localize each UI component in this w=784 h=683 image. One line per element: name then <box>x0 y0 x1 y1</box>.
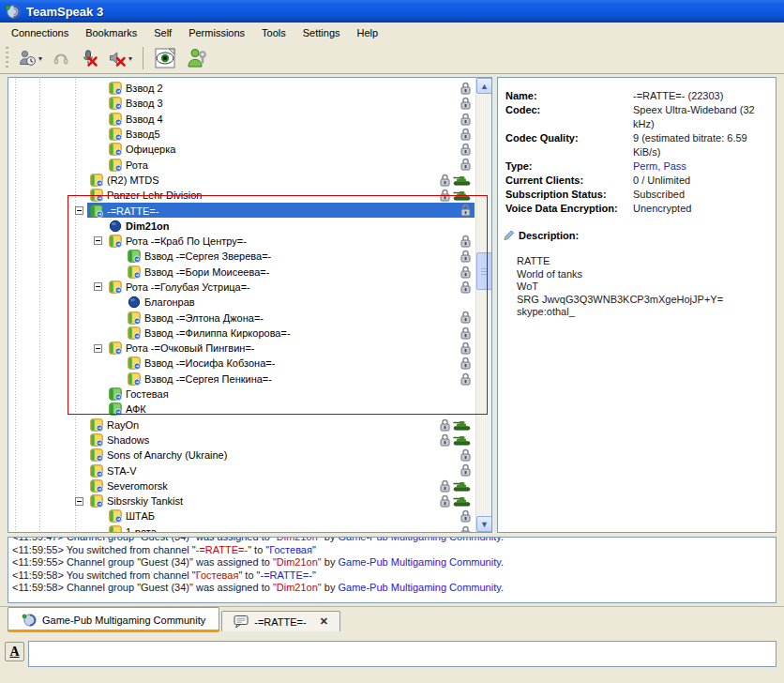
tree-channel-row[interactable]: Офицерка <box>9 142 475 157</box>
lock-icon <box>460 448 471 462</box>
tree-channel-row[interactable]: Гостевая <box>9 387 475 402</box>
log-link[interactable]: Гостевая <box>196 569 239 581</box>
tree-channel-row[interactable]: -=RATTE=- <box>9 203 475 218</box>
tree-channel-row[interactable]: Взвод 4 <box>9 112 475 127</box>
tree-row-label: Рота -=Голубая Устрица=- <box>126 281 250 293</box>
tree-channel-row[interactable]: АФК <box>9 402 475 417</box>
tree-collapse-toggle[interactable] <box>75 206 83 215</box>
tree-channel-row[interactable]: Рота <box>9 157 475 172</box>
scroll-up-button[interactable]: ▲ <box>476 78 492 94</box>
tree-channel-row[interactable]: Взвод -=Иосифа Кобзона=- <box>9 356 475 371</box>
log-link[interactable]: "Dim21on" <box>273 556 322 568</box>
tree-row-label: Sons of Anarchy (Ukraine) <box>107 449 227 461</box>
tab-channel-chat[interactable]: -=RATTE=-✕ <box>221 611 340 631</box>
channel-icon <box>90 205 103 218</box>
tree-channel-row[interactable]: Взвод -=Бори Моисеева=- <box>9 265 475 280</box>
tree-channel-row[interactable]: Рота -=Очковый Пингвин=- <box>9 341 475 356</box>
tree-collapse-toggle[interactable] <box>94 236 102 245</box>
tree-channel-row[interactable]: Взвод -=Сергея Зверева=- <box>9 249 475 264</box>
scroll-down-button[interactable]: ▼ <box>476 516 492 532</box>
tree-channel-row[interactable]: 1-рота <box>9 524 475 533</box>
log-link[interactable]: Game-Pub Multigaming Community <box>338 582 500 593</box>
dropdown-arrow-icon[interactable]: ▾ <box>38 54 42 63</box>
info-field-value[interactable]: Perm, Pass <box>633 159 686 174</box>
tree-channel-row[interactable]: Panzer Lehr Division <box>9 188 475 203</box>
log-link[interactable]: "Dim21on" <box>273 537 322 542</box>
toolbar-separator <box>143 47 143 69</box>
close-icon[interactable]: ✕ <box>320 615 328 628</box>
row-badges <box>460 158 471 171</box>
channel-icon <box>109 509 122 523</box>
tree-channel-row[interactable]: Взвод5 <box>9 127 475 142</box>
tree-channel-row[interactable]: Взвод 2 <box>9 81 475 96</box>
log-link[interactable]: Game-Pub Multigaming Community <box>338 556 500 568</box>
scroll-thumb[interactable] <box>476 252 492 290</box>
tree-channel-row[interactable]: STA-V <box>9 463 475 478</box>
mute-speakers-button[interactable]: ▾ <box>104 46 136 70</box>
tree-channel-row[interactable]: ШТАБ <box>9 508 475 524</box>
server-log: <11:59:47> Channel group "Guest (34)" wa… <box>8 537 776 595</box>
log-line: <11:59:55> You switched from channel "-=… <box>12 544 772 557</box>
text-format-button[interactable]: A <box>5 642 24 661</box>
tree-channel-row[interactable]: RayOn <box>9 417 475 433</box>
chat-bubble-icon <box>234 615 249 629</box>
log-link[interactable]: -=RATTE=- <box>196 544 248 555</box>
tree-channel-row[interactable]: Рота -=Голубая Устрица=- <box>9 280 475 295</box>
tree-channel-row[interactable]: Sons of Anarchy (Ukraine) <box>9 448 475 463</box>
tree-channel-row[interactable]: Рота -=Краб По Центру=- <box>9 234 475 249</box>
tree-channel-row[interactable]: Взвод -=Элтона Джона=- <box>9 310 475 325</box>
menu-item-self[interactable]: Self <box>145 24 180 41</box>
log-line: <11:59:55> Channel group "Guest (34)" wa… <box>12 556 772 569</box>
tree-row-label: Гостевая <box>126 388 169 400</box>
toolbar-grip[interactable] <box>4 47 10 69</box>
toggle-subscriptions-button[interactable] <box>150 44 180 72</box>
tree-collapse-toggle[interactable] <box>94 344 102 353</box>
menu-item-bookmarks[interactable]: Bookmarks <box>77 24 145 41</box>
tree-channel-row[interactable]: Взвод -=Сергея Пенкина=- <box>9 372 475 387</box>
tree-row-label: STA-V <box>107 465 137 477</box>
tree-client-row[interactable]: Благонрав <box>9 295 475 310</box>
menu-item-settings[interactable]: Settings <box>294 24 349 41</box>
row-badges <box>460 448 471 462</box>
channel-icon <box>90 448 103 462</box>
lock-icon <box>460 143 471 156</box>
menu-item-permissions[interactable]: Permissions <box>180 24 253 41</box>
tab-server[interactable]: Game-Pub Multigaming Community <box>8 607 219 631</box>
mute-microphone-button[interactable] <box>76 46 102 70</box>
chat-input[interactable] <box>28 641 776 667</box>
channel-description: RATTEWorld of tanksWoTSRG JwvqG3Q3WNB3KC… <box>498 242 776 318</box>
tree-row-label: -=RATTE=- <box>107 205 158 217</box>
menu-item-help[interactable]: Help <box>349 24 387 41</box>
tree-client-row[interactable]: Dim21on <box>9 219 475 234</box>
tree-channel-row[interactable]: Sibsrskiy Tankist <box>9 493 475 508</box>
tree-channel-row[interactable]: Взвод -=Филиппа Киркорова=- <box>9 326 475 341</box>
tree-channel-row[interactable]: Взвод 3 <box>9 96 475 111</box>
away-toggle-button[interactable]: ▾ <box>14 46 46 70</box>
log-line: <11:59:58> Channel group "Guest (34)" wa… <box>12 582 772 595</box>
log-link[interactable]: "Dim21on" <box>273 582 322 593</box>
tree-channel-row[interactable]: Severomorsk <box>9 478 475 493</box>
lock-icon <box>460 204 471 217</box>
log-link[interactable]: -=RATTE=- <box>261 569 312 581</box>
tree-channel-row[interactable]: (R2) MTDS <box>9 173 475 188</box>
menu-item-tools[interactable]: Tools <box>253 24 294 41</box>
tree-collapse-toggle[interactable] <box>75 497 83 506</box>
lock-icon <box>460 357 471 370</box>
dropdown-arrow-icon[interactable]: ▾ <box>128 54 132 63</box>
tree-collapse-toggle[interactable] <box>94 282 102 291</box>
log-link[interactable]: Гостевая <box>269 544 312 555</box>
tree-row-label: Рота -=Краб По Центру=- <box>126 235 247 247</box>
tree-channel-row[interactable]: Shadows <box>9 433 475 448</box>
log-text: by <box>322 537 339 542</box>
tree-scrollbar[interactable]: ▲ ▼ <box>475 78 491 532</box>
contacts-button[interactable] <box>182 44 212 72</box>
client-icon <box>128 296 141 309</box>
channel-icon <box>90 479 103 493</box>
channel-icon <box>109 159 122 172</box>
row-badges <box>460 250 471 263</box>
channel-icon <box>90 464 103 478</box>
log-link[interactable]: Game-Pub Multigaming Community <box>338 537 500 542</box>
menu-item-connections[interactable]: Connections <box>3 24 77 41</box>
output-muted-button[interactable] <box>48 46 74 70</box>
info-field: Voice Data Encryption:Unencrypted <box>505 202 776 216</box>
